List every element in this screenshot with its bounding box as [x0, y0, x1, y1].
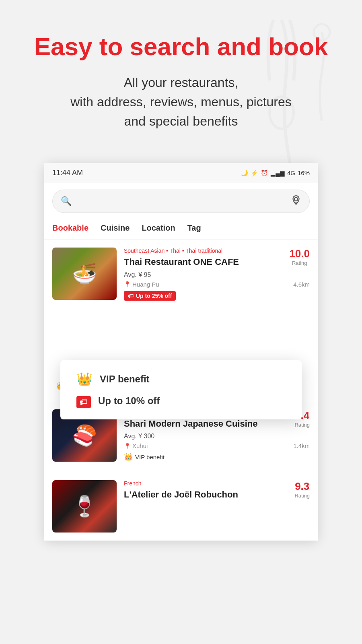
- tab-cuisine[interactable]: Cuisine: [101, 223, 130, 233]
- tab-location[interactable]: Location: [142, 223, 175, 233]
- hero-subtitle: All your restaurants, with address, revi…: [24, 73, 338, 131]
- avg-price: Avg. ¥ 95: [124, 271, 310, 279]
- pin-icon-japanese: 📍: [124, 443, 131, 449]
- tooltip-overlay: 👑 VIP benefit 🏷 Up to 10% off: [60, 360, 302, 419]
- avg-price-japanese: Avg. ¥ 300: [124, 433, 310, 440]
- location-row: 📍 Huang Pu 4.6km: [124, 281, 310, 288]
- cuisine-tags-french: French: [124, 480, 310, 487]
- search-icon: 🔍: [61, 196, 72, 206]
- svg-point-2: [294, 198, 298, 201]
- vip-badge-japanese: 👑 VIP benefit: [124, 452, 165, 461]
- bluetooth-icon: ⚡: [251, 169, 258, 177]
- restaurant-thumbnail: 🍜: [52, 248, 117, 300]
- restaurant-card-french[interactable]: 🍷 French L'Atelier de Joël Robuchon 9.3 …: [44, 472, 318, 541]
- filter-tabs: Bookable Cuisine Location Tag: [44, 219, 318, 239]
- tooltip-discount-row: 🏷 Up to 10% off: [76, 393, 286, 408]
- vip-label-japanese: VIP benefit: [135, 454, 165, 460]
- distance: 4.6km: [293, 281, 310, 288]
- battery-label: 16%: [298, 169, 310, 176]
- status-time: 11:44 AM: [52, 169, 83, 177]
- crown-icon: 👑: [76, 372, 93, 387]
- rating-label: Rating: [289, 260, 310, 266]
- rating-number: 10.0: [289, 248, 310, 260]
- tooltip-discount-label: Up to 10% off: [98, 395, 160, 407]
- rating-label-french: Rating: [294, 493, 310, 499]
- restaurant-list: 🍜 Southeast Asian • Thai • Thai traditio…: [44, 239, 318, 541]
- location-text: 📍 Huang Pu: [124, 281, 159, 288]
- rating-block-french: 9.3 Rating: [294, 480, 310, 499]
- rating-block: 10.0 Rating: [289, 248, 310, 266]
- rating-number-french: 9.3: [294, 480, 310, 493]
- tab-bookable[interactable]: Bookable: [52, 223, 88, 233]
- location-pin-icon[interactable]: [291, 195, 301, 208]
- tooltip-tag-icon: 🏷: [76, 393, 91, 408]
- tooltip-vip-row: 👑 VIP benefit: [76, 372, 286, 387]
- cuisine-tags: Southeast Asian • Thai • Thai traditiona…: [124, 248, 310, 254]
- location-name: Huang Pu: [132, 281, 159, 288]
- pin-icon: 📍: [124, 281, 131, 287]
- location-name-japanese: Xuhui: [132, 442, 148, 449]
- restaurant-thumbnail-french: 🍷: [52, 480, 117, 533]
- status-icons: 🌙 ⚡ ⏰ ▂▄▆ 4G 16%: [241, 169, 310, 177]
- location-row-japanese: 📍 Xuhui 1.4km: [124, 442, 310, 449]
- rating-label-japanese: Rating: [294, 422, 310, 428]
- moon-icon: 🌙: [241, 169, 248, 177]
- tooltip-vip-label: VIP benefit: [100, 374, 150, 385]
- restaurant-name-japanese: Shari Modern Japanese Cuisine: [124, 418, 310, 430]
- crown-icon-japanese: 👑: [124, 452, 133, 461]
- svg-point-3: [296, 203, 296, 204]
- alarm-icon: ⏰: [261, 169, 268, 177]
- tag-icon: 🏷: [128, 293, 134, 299]
- restaurant-info: Southeast Asian • Thai • Thai traditiona…: [124, 248, 310, 301]
- signal-bars: ▂▄▆: [271, 169, 285, 177]
- network-label: 4G: [287, 169, 295, 176]
- restaurant-name: Thai Restaurant ONE CAFE: [124, 256, 310, 268]
- tab-tag[interactable]: Tag: [187, 223, 201, 233]
- restaurant-card[interactable]: 🍜 Southeast Asian • Thai • Thai traditio…: [44, 239, 318, 309]
- discount-badge: 🏷 Up to 25% off: [124, 291, 176, 301]
- restaurant-info-french: French L'Atelier de Joël Robuchon: [124, 480, 310, 533]
- hero-title: Easy to search and book: [24, 32, 338, 61]
- distance-japanese: 1.4km: [293, 442, 310, 449]
- restaurant-name-french: L'Atelier de Joël Robuchon: [124, 489, 310, 501]
- hero-section: Easy to search and book All your restaur…: [0, 0, 362, 147]
- search-bar[interactable]: 🔍: [52, 190, 310, 213]
- status-bar: 11:44 AM 🌙 ⚡ ⏰ ▂▄▆ 4G 16%: [44, 163, 318, 183]
- phone-mockup: 11:44 AM 🌙 ⚡ ⏰ ▂▄▆ 4G 16% 🔍 Bookable Cui…: [44, 163, 318, 541]
